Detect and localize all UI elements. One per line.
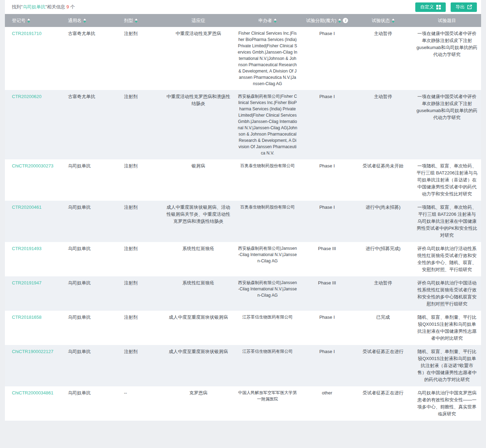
indication-cell: 成人中度至重度斑块状银屑病 [162, 345, 234, 386]
phase-cell: Phase I [301, 90, 353, 159]
sort-asc-icon[interactable] [338, 19, 341, 20]
generic-name-cell: 乌司奴单抗 [64, 242, 120, 276]
toolbar-actions: 自定义 导出 [415, 2, 477, 12]
registration-link[interactable]: CTR20200620 [12, 94, 42, 99]
registration-link[interactable]: ChiCTR2000030273 [12, 163, 54, 168]
status-cell: 已完成 [353, 311, 413, 345]
phase-cell: Phase I [301, 27, 353, 90]
status-cell: 主动暂停 [353, 90, 413, 159]
registration-cell: CTR20181658 [5, 311, 64, 345]
info-icon[interactable]: i [343, 18, 348, 23]
registration-link[interactable]: CTR20200461 [12, 205, 42, 210]
dosage-form-cell: 注射剂 [120, 27, 162, 90]
table-row: CTR20191710 古塞奇尤单抗 注射剂 中重度活动性克罗恩病 Fisher… [5, 27, 481, 90]
registration-cell: ChiCTR2000030273 [5, 159, 64, 201]
sort-icon[interactable] [274, 19, 277, 23]
sort-icon[interactable] [392, 19, 395, 23]
dosage-form-cell: 注射剂 [120, 242, 162, 276]
sort-icon[interactable] [135, 19, 138, 23]
summary-prefix: 找到" [12, 4, 23, 9]
indication-cell: 成人中重度斑块状银屑病、活动性银屑病关节炎、中重度活动性克罗恩病和溃疡性结肠炎 [162, 201, 234, 242]
customize-button-label: 自定义 [420, 4, 434, 10]
sort-asc-icon[interactable] [135, 19, 138, 20]
column-header-phase[interactable]: 试验分期(魔方) i [301, 18, 353, 24]
sort-asc-icon[interactable] [392, 19, 395, 20]
sort-asc-icon[interactable] [274, 19, 277, 20]
sort-desc-icon[interactable] [338, 21, 341, 23]
table-row: ChiCTR2000034861 乌司奴单抗 -- 克罗恩病 中国人民解放军空军… [5, 386, 481, 421]
sort-desc-icon[interactable] [27, 21, 30, 23]
sort-desc-icon[interactable] [274, 21, 277, 23]
column-label: 登记号 [12, 18, 26, 24]
sort-desc-icon[interactable] [135, 21, 138, 23]
dosage-form-cell: 注射剂 [120, 345, 162, 386]
registration-link[interactable]: ChiCTR2000034861 [12, 390, 54, 395]
phase-cell: Phase I [301, 311, 353, 345]
sort-icon[interactable] [27, 19, 30, 23]
phase-cell: Phase I [301, 345, 353, 386]
sponsor-cell: 江苏荃信生物医药有限公司 [234, 311, 301, 345]
column-header-generic-name[interactable]: 通用名 [64, 18, 120, 24]
dosage-form-cell: 注射剂 [120, 201, 162, 242]
sort-icon[interactable] [83, 19, 86, 23]
column-label: 试验分期(魔方) [306, 18, 336, 24]
registration-link[interactable]: CTR20191493 [12, 246, 42, 251]
status-cell: 受试者征募尚未开始 [353, 159, 413, 201]
export-icon [467, 5, 472, 9]
column-label: 剂型 [124, 18, 133, 24]
status-cell: 进行中(招募完成) [353, 242, 413, 276]
registration-cell: ChiCTR1900022127 [5, 345, 64, 386]
sort-desc-icon[interactable] [392, 21, 395, 23]
title-cell: 乌司奴单抗治疗中国克罗恩病患者的有效性和安全性——一项多中心、前瞻性、真实世界临… [413, 386, 481, 421]
table-row: ChiCTR2000030273 乌司奴单抗 注射剂 银屑病 百奥泰生物制药股份… [5, 159, 481, 201]
grid-columns-icon [436, 5, 441, 9]
indication-cell: 克罗恩病 [162, 386, 234, 421]
indication-cell: 中重度活动性克罗恩病 [162, 27, 234, 90]
sort-asc-icon[interactable] [27, 19, 30, 20]
sort-icon[interactable] [338, 19, 341, 23]
phase-cell: Phase III [301, 276, 353, 311]
result-toolbar: 找到"乌司奴单抗"相关信息 9 个 自定义 导出 [5, 0, 481, 14]
result-count: 9 [67, 4, 69, 9]
column-header-status[interactable]: 试验状态 [353, 18, 413, 24]
title-cell: 一项在健康中国受试者中评价单次静脉注射或皮下注射guselkumab和乌司奴单抗… [413, 90, 481, 159]
content-panel: 找到"乌司奴单抗"相关信息 9 个 自定义 导出 [5, 0, 481, 421]
generic-name-cell: 乌司奴单抗 [64, 386, 120, 421]
table-row: CTR20200461 乌司奴单抗 注射剂 成人中重度斑块状银屑病、活动性银屑病… [5, 201, 481, 242]
sort-desc-icon[interactable] [83, 21, 86, 23]
title-cell: 评价乌司奴单抗治疗中国活动性系统性红斑狼疮受试者疗效和安全性的多中心随机双盲安慰… [413, 276, 481, 311]
registration-link[interactable]: CTR20191947 [12, 280, 42, 285]
table-row: ChiCTR1900022127 乌司奴单抗 注射剂 成人中度至重度斑块状银屑病… [5, 345, 481, 386]
registration-link[interactable]: CTR20191710 [12, 31, 42, 36]
dosage-form-cell: 注射剂 [120, 90, 162, 159]
dosage-form-cell: 注射剂 [120, 276, 162, 311]
title-cell: 随机、双盲、单剂量、平行比较QX001S注射液和乌司奴单抗注射液在中国健康男性志… [413, 311, 481, 345]
indication-cell: 银屑病 [162, 159, 234, 201]
sort-asc-icon[interactable] [83, 19, 86, 20]
table-row: CTR20181658 乌司奴单抗 注射剂 成人中度至重度斑块状银屑病 江苏荃信… [5, 311, 481, 345]
table-row: CTR20200620 古塞奇尤单抗 注射剂 中重度活动性克罗恩病和溃疡性结肠炎… [5, 90, 481, 159]
table-row: CTR20191947 乌司奴单抗 注射剂 系统性红斑狼疮 西安杨森制药有限公司… [5, 276, 481, 311]
registration-link[interactable]: ChiCTR1900022127 [12, 349, 54, 354]
generic-name-cell: 古塞奇尤单抗 [64, 90, 120, 159]
export-button[interactable]: 导出 [451, 2, 477, 12]
customize-button[interactable]: 自定义 [415, 2, 446, 12]
result-summary: 找到"乌司奴单抗"相关信息 9 个 [12, 4, 75, 10]
dosage-form-cell: 注射剂 [120, 159, 162, 201]
indication-cell: 成人中度至重度斑块状银屑病 [162, 311, 234, 345]
column-header-registration[interactable]: 登记号 [5, 18, 64, 24]
column-header-sponsor[interactable]: 申办者 [234, 18, 301, 24]
generic-name-cell: 乌司奴单抗 [64, 345, 120, 386]
registration-link[interactable]: CTR20181658 [12, 315, 42, 320]
indication-cell: 系统性红斑狼疮 [162, 276, 234, 311]
column-label: 申办者 [258, 18, 272, 24]
column-header-dosage-form[interactable]: 剂型 [120, 18, 162, 24]
sponsor-cell: 中国人民解放军空军军医大学第一附属医院 [234, 386, 301, 421]
sponsor-cell: 西安杨森制药有限公司|Janssen-Cilag International N… [234, 242, 301, 276]
phase-cell: Phase III [301, 242, 353, 276]
column-header-indication: 适应症 [162, 18, 234, 24]
phase-cell: Phase I [301, 201, 353, 242]
indication-cell: 中重度活动性克罗恩病和溃疡性结肠炎 [162, 90, 234, 159]
summary-middle: "相关信息 [46, 4, 67, 9]
column-label: 适应症 [192, 18, 205, 24]
